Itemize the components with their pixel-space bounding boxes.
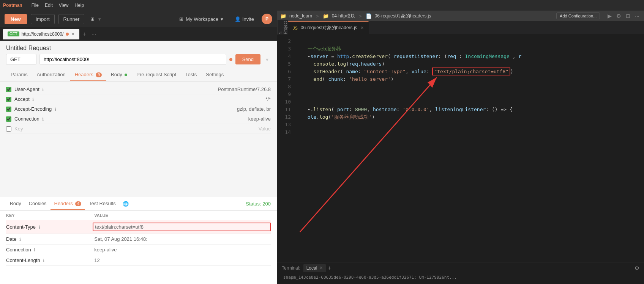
header-key-1: Accept ℹ	[14, 96, 131, 102]
add-tab-button[interactable]: +	[80, 31, 88, 38]
info-icon-2[interactable]: ℹ	[55, 107, 56, 111]
resp-tab-headers[interactable]: Headers 4	[51, 198, 85, 210]
menu-file[interactable]: File	[32, 3, 39, 8]
resp-tab-cookies[interactable]: Cookies	[25, 198, 51, 210]
code-line-7: end( chunk: 'hello server')	[295, 75, 644, 83]
globe-icon[interactable]: 🌐	[123, 201, 129, 207]
resp-value-1: Sat, 07 Aug 2021 16:48:	[94, 236, 271, 242]
terminal-tab-close[interactable]: ✕	[319, 265, 323, 270]
menu-edit[interactable]: Edit	[45, 3, 53, 8]
info-icon-1[interactable]: ℹ	[32, 97, 34, 102]
method-select[interactable]: GET POST PUT DELETE	[6, 54, 36, 65]
code-line-9	[295, 91, 644, 98]
tab-pre-request[interactable]: Pre-request Script	[132, 69, 181, 81]
resp-info-icon-3[interactable]: ℹ	[43, 258, 44, 263]
header-val-placeholder: Value	[131, 126, 271, 132]
workspace-selector[interactable]: ⊞ My Workspace ▾	[175, 14, 227, 24]
header-checkbox-2[interactable]	[6, 107, 11, 112]
send-button[interactable]: Send	[235, 54, 260, 64]
add-terminal-button[interactable]: +	[326, 265, 332, 271]
info-icon-3[interactable]: ℹ	[42, 117, 44, 121]
person-icon: 👤	[235, 16, 241, 22]
code-line-3: 一个web服务器	[295, 45, 644, 53]
save-dropdown-button[interactable]: ▾	[264, 55, 271, 64]
file-icon-breadcrumb: 📄	[366, 13, 372, 19]
terminal-tab-local[interactable]: Local ✕	[303, 264, 326, 272]
terminal-settings-icon[interactable]: ⚙	[635, 265, 639, 271]
resp-value-2: keep-alive	[94, 247, 271, 253]
url-bar: GET POST PUT DELETE Send ▾	[0, 54, 277, 69]
tab-tests[interactable]: Tests	[181, 69, 201, 81]
header-value-0: PostmanRuntime/7.26.8	[131, 86, 271, 92]
breadcrumb-node-learn[interactable]: node_learn	[289, 13, 312, 19]
code-line-4: ▾server = http.createServer( requestList…	[295, 53, 644, 60]
layout-dropdown-icon[interactable]: ▾	[98, 16, 101, 22]
resp-tab-test-results[interactable]: Test Results	[85, 198, 120, 210]
invite-button[interactable]: 👤 Invite	[231, 14, 258, 24]
url-input[interactable]	[39, 54, 226, 65]
body-active-dot	[125, 74, 127, 76]
request-title-bar: Untitled Request	[0, 41, 277, 54]
folder-icon: 📁	[280, 13, 286, 19]
header-checkbox-3[interactable]	[6, 116, 11, 122]
tab-close-vscode[interactable]: ✕	[360, 25, 364, 30]
tab-authorization[interactable]: Authorization	[32, 69, 70, 81]
tab-params[interactable]: Params	[6, 69, 32, 81]
new-button[interactable]: New	[5, 14, 27, 24]
response-col-headers: KEY VALUE	[6, 211, 271, 220]
headers-count-badge: 9	[96, 72, 102, 77]
resp-info-icon-0[interactable]: ℹ	[39, 225, 40, 229]
file-icon: JS	[293, 26, 298, 30]
add-configuration-button[interactable]: Add Configuration...	[556, 13, 600, 19]
code-line-13	[295, 121, 644, 129]
header-value-1: */*	[131, 96, 271, 102]
resp-info-icon-1[interactable]: ℹ	[19, 237, 21, 242]
line-num-6: 6	[277, 68, 291, 75]
header-key-placeholder: Key	[14, 126, 131, 132]
more-actions-button[interactable]: ···	[633, 12, 641, 20]
line-num-4: 4	[277, 53, 291, 60]
header-checkbox-0[interactable]	[6, 87, 11, 92]
line-num-5: 5	[277, 60, 291, 68]
runner-button[interactable]: Runner	[58, 14, 85, 24]
code-line-6: setHeader( name: "Content-Type", value: …	[295, 68, 644, 75]
breadcrumb-04-http[interactable]: 04-http模块	[332, 13, 355, 19]
avatar[interactable]: P	[262, 14, 272, 24]
method-badge: GET	[8, 31, 19, 36]
tab-headers[interactable]: Headers 9	[70, 69, 106, 81]
split-editor-button[interactable]: ⊡	[624, 12, 632, 20]
header-row: User-Agent ℹ PostmanRuntime/7.26.8	[6, 85, 271, 94]
resp-row-1: Date ℹ Sat, 07 Aug 2021 16:48:	[6, 234, 271, 245]
terminal-bar: Terminal: Local ✕ + ⚙	[277, 262, 644, 273]
workspace-grid-icon: ⊞	[179, 16, 183, 22]
debug-run-button[interactable]: ▶	[606, 12, 613, 20]
resp-headers-count: 4	[75, 201, 81, 206]
debug-settings-button[interactable]: ⚙	[615, 12, 623, 20]
project-label: 1: Project	[277, 20, 288, 36]
code-wrapper: 2 3 4 5 6 7 8 9 10 11 12 13 14	[277, 35, 644, 262]
tab-body[interactable]: Body	[106, 69, 132, 81]
import-button[interactable]: Import	[31, 14, 55, 24]
menu-view[interactable]: View	[59, 3, 69, 8]
resp-key-0: Content-Type ℹ	[6, 224, 93, 230]
breadcrumb-file[interactable]: 06-request对象的headers.js	[375, 13, 431, 19]
main-layout: New Import Runner ⊞ ▾ ⊞ My Workspace ▾ 👤…	[0, 11, 644, 284]
header-checkbox-1[interactable]	[6, 97, 11, 102]
unsaved-dot	[66, 33, 69, 36]
response-area: Body Cookies Headers 4 Test Results 🌐 St…	[0, 197, 277, 284]
tab-settings[interactable]: Settings	[201, 69, 228, 81]
vscode-tab-active[interactable]: JS 06-request对象的headers.js ✕	[288, 21, 369, 35]
info-icon-0[interactable]: ℹ	[42, 87, 44, 92]
more-tabs-button[interactable]: ···	[89, 31, 99, 38]
resp-row-3: Content-Length ℹ 12	[6, 255, 271, 266]
request-tab-active[interactable]: GET http://localhost:8000/ ✕	[3, 29, 79, 39]
layout-icon[interactable]: ⊞	[90, 16, 95, 22]
tab-filename: 06-request对象的headers.js	[301, 25, 357, 31]
tab-close-icon[interactable]: ✕	[71, 31, 75, 37]
menu-help[interactable]: Help	[75, 3, 84, 8]
header-checkbox-4[interactable]	[6, 126, 11, 132]
header-row: Connection ℹ keep-alive	[6, 114, 271, 124]
code-line-11: ▾.listen( port: 8000, hostname: '0.0.0.0…	[295, 106, 644, 113]
resp-info-icon-2[interactable]: ℹ	[34, 248, 35, 252]
resp-tab-body[interactable]: Body	[6, 198, 25, 210]
